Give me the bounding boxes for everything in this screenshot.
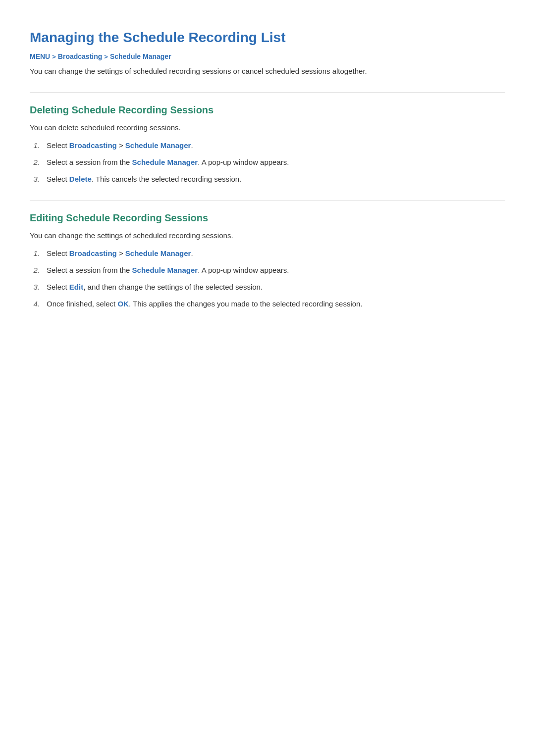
editing-step-2-content: Select a session from the Schedule Manag…	[47, 264, 505, 276]
editing-step2-link-schedule-manager: Schedule Manager	[132, 266, 198, 274]
editing-step-4-content: Once finished, select OK. This applies t…	[47, 298, 505, 310]
editing-step-3: 3. Select Edit, and then change the sett…	[30, 281, 505, 293]
deleting-step-3: 3. Select Delete. This cancels the selec…	[30, 173, 505, 185]
editing-step-number-3: 3.	[30, 281, 40, 293]
deleting-step-2-content: Select a session from the Schedule Manag…	[47, 156, 505, 168]
editing-step-number-2: 2.	[30, 264, 40, 276]
editing-step-1: 1. Select Broadcasting > Schedule Manage…	[30, 248, 505, 259]
editing-step3-link-edit: Edit	[69, 283, 83, 291]
breadcrumb-menu: MENU	[30, 52, 50, 60]
breadcrumb-sep1: >	[52, 53, 56, 60]
breadcrumb: MENU > Broadcasting > Schedule Manager	[30, 52, 505, 60]
editing-step-4: 4. Once finished, select OK. This applie…	[30, 298, 505, 310]
deleting-step3-link-delete: Delete	[69, 175, 92, 183]
editing-section: Editing Schedule Recording Sessions You …	[30, 200, 505, 310]
step-number-2: 2.	[30, 156, 40, 168]
editing-step1-link-broadcasting: Broadcasting	[69, 249, 117, 257]
step-number-3: 3.	[30, 173, 40, 185]
editing-step-1-content: Select Broadcasting > Schedule Manager.	[47, 248, 505, 259]
editing-section-title: Editing Schedule Recording Sessions	[30, 200, 505, 224]
deleting-steps-list: 1. Select Broadcasting > Schedule Manage…	[30, 140, 505, 185]
breadcrumb-sep2: >	[104, 53, 108, 60]
deleting-step1-link-schedule-manager: Schedule Manager	[125, 141, 191, 150]
deleting-step-1: 1. Select Broadcasting > Schedule Manage…	[30, 140, 505, 151]
breadcrumb-schedule-manager: Schedule Manager	[110, 52, 171, 60]
editing-step4-link-ok: OK	[117, 300, 129, 308]
deleting-step-3-content: Select Delete. This cancels the selected…	[47, 173, 505, 185]
editing-step-3-content: Select Edit, and then change the setting…	[47, 281, 505, 293]
editing-step-number-1: 1.	[30, 248, 40, 259]
step-number-1: 1.	[30, 140, 40, 151]
deleting-section: Deleting Schedule Recording Sessions You…	[30, 92, 505, 185]
deleting-step-1-content: Select Broadcasting > Schedule Manager.	[47, 140, 505, 151]
deleting-step1-link-broadcasting: Broadcasting	[69, 141, 117, 150]
deleting-section-title: Deleting Schedule Recording Sessions	[30, 92, 505, 116]
editing-steps-list: 1. Select Broadcasting > Schedule Manage…	[30, 248, 505, 310]
deleting-section-description: You can delete scheduled recording sessi…	[30, 122, 505, 134]
breadcrumb-broadcasting: Broadcasting	[58, 52, 102, 60]
editing-section-description: You can change the settings of scheduled…	[30, 230, 505, 242]
page-description: You can change the settings of scheduled…	[30, 65, 505, 77]
editing-step1-link-schedule-manager: Schedule Manager	[125, 249, 191, 257]
editing-step-2: 2. Select a session from the Schedule Ma…	[30, 264, 505, 276]
deleting-step2-link-schedule-manager: Schedule Manager	[132, 158, 198, 166]
page-title: Managing the Schedule Recording List	[30, 30, 505, 46]
editing-step-number-4: 4.	[30, 298, 40, 310]
deleting-step-2: 2. Select a session from the Schedule Ma…	[30, 156, 505, 168]
